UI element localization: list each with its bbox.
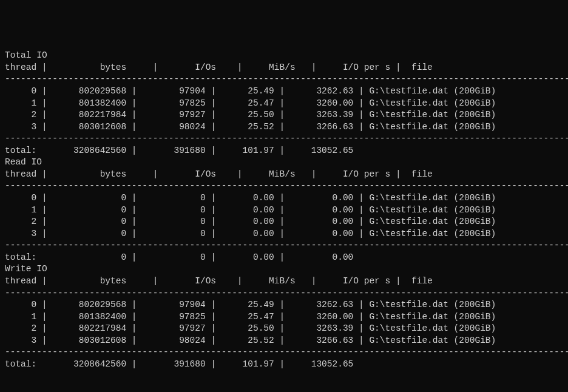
data-row: 0 | 802029568 | 97904 | 25.49 | 3262.63 … [5, 86, 563, 98]
data-row: 0 | 0 | 0 | 0.00 | 0.00 | G:\testfile.da… [5, 192, 563, 204]
header-row: thread | bytes | I/Os | MiB/s | I/O per … [5, 62, 563, 74]
divider: ----------------------------------------… [5, 133, 563, 145]
data-row: 3 | 803012608 | 98024 | 25.52 | 3266.63 … [5, 121, 563, 133]
section-title: Total IO [5, 50, 563, 62]
data-row: 2 | 802217984 | 97927 | 25.50 | 3263.39 … [5, 323, 563, 335]
section-title: Write IO [5, 263, 563, 275]
total-row: total: 3208642560 | 391680 | 101.97 | 13… [5, 359, 563, 371]
data-row: 1 | 801382400 | 97825 | 25.47 | 3260.00 … [5, 311, 563, 323]
divider: ----------------------------------------… [5, 73, 563, 86]
terminal-output: Total IOthread | bytes | I/Os | MiB/s | … [5, 50, 563, 370]
data-row: 1 | 0 | 0 | 0.00 | 0.00 | G:\testfile.da… [5, 204, 563, 217]
section-title: Read IO [5, 157, 563, 169]
data-row: 1 | 801382400 | 97825 | 25.47 | 3260.00 … [5, 98, 563, 110]
header-row: thread | bytes | I/Os | MiB/s | I/O per … [5, 169, 563, 181]
divider: ----------------------------------------… [5, 240, 563, 252]
divider: ----------------------------------------… [5, 346, 563, 359]
divider: ----------------------------------------… [5, 180, 563, 192]
divider: ----------------------------------------… [5, 288, 563, 300]
data-row: 3 | 0 | 0 | 0.00 | 0.00 | G:\testfile.da… [5, 228, 563, 240]
data-row: 0 | 802029568 | 97904 | 25.49 | 3262.63 … [5, 299, 563, 311]
total-row: total: 3208642560 | 391680 | 101.97 | 13… [5, 145, 563, 157]
header-row: thread | bytes | I/Os | MiB/s | I/O per … [5, 275, 563, 288]
data-row: 2 | 802217984 | 97927 | 25.50 | 3263.39 … [5, 109, 563, 121]
data-row: 3 | 803012608 | 98024 | 25.52 | 3266.63 … [5, 335, 563, 347]
total-row: total: 0 | 0 | 0.00 | 0.00 [5, 252, 563, 264]
data-row: 2 | 0 | 0 | 0.00 | 0.00 | G:\testfile.da… [5, 216, 563, 228]
